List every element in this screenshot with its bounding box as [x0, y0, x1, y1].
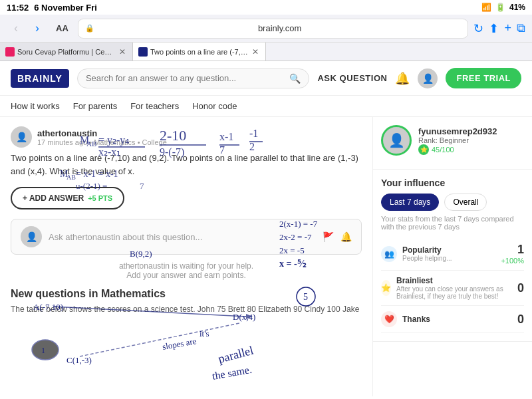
points-badge: +5 PTS — [88, 194, 112, 202]
browser-navigation: ‹ › — [7, 19, 47, 38]
period-tabs: Last 7 days Overall — [381, 194, 524, 211]
tab-title-1: Soru Cevap Platformu | Cevap.app » Cevap… — [17, 48, 115, 56]
brainliest-label: Brainliest — [396, 276, 517, 285]
thanks-icon: ❤️ — [381, 311, 397, 327]
nav-for-parents[interactable]: For parents — [73, 101, 117, 111]
popularity-labels: Popularity People helping... — [402, 245, 452, 262]
tab-bar: Soru Cevap Platformu | Cevap.app » Cevap… — [0, 43, 532, 61]
user-name[interactable]: fyunusemrep2d932 — [418, 126, 524, 136]
date: 6 November Fri — [34, 3, 97, 13]
brainliest-stat: ⭐ Brainliest After you can close your an… — [381, 271, 524, 306]
influence-title: Your influence — [381, 178, 524, 188]
tab-close-1[interactable]: ✕ — [118, 47, 127, 57]
navigation-links: How it works For parents For teachers Ho… — [0, 96, 532, 117]
popularity-value: 1 — [501, 243, 524, 257]
ask-user-box[interactable]: 👤 Ask athertonaustin about this question… — [11, 219, 362, 255]
question-username[interactable]: athertonaustin — [37, 128, 167, 138]
free-trial-button[interactable]: FREE TRIAL — [446, 68, 521, 88]
period-last7days[interactable]: Last 7 days — [381, 194, 439, 211]
tab-favicon-1 — [5, 47, 15, 57]
browser-bar: ‹ › AA 🔒 brainly.com ↻ ⬆ + ⧉ — [0, 15, 532, 43]
brainliest-stat-left: ⭐ Brainliest After you can close your an… — [381, 276, 517, 300]
reader-mode-button[interactable]: AA — [52, 21, 72, 35]
site-header: BRAINLY 🔍 ASK QUESTION 🔔 👤 FREE TRIAL — [0, 61, 532, 96]
popularity-label: Popularity — [402, 245, 452, 255]
new-tab-button[interactable]: + — [504, 21, 511, 35]
points-icon: ⭐ — [418, 144, 429, 155]
brainly-logo[interactable]: BRAINLY — [11, 69, 69, 88]
thanks-value: 0 — [517, 313, 524, 327]
right-panel: 👤 fyunusemrep2d932 Rank: Beginner ⭐ 45/1… — [372, 117, 532, 396]
forward-button[interactable]: › — [28, 19, 47, 38]
back-button[interactable]: ‹ — [7, 19, 25, 38]
question-text: Two points on a line are (-7,10) and (9,… — [11, 152, 362, 178]
tab-close-2[interactable]: ✕ — [251, 47, 260, 57]
popularity-change: +100% — [501, 257, 524, 265]
url-display: brainly.com — [98, 23, 462, 33]
thanks-labels: Thanks — [402, 315, 430, 324]
nav-for-teachers[interactable]: For teachers — [130, 101, 179, 111]
question-area: M AB = y₂-y₄ x₂-x₁ 2-10 9-(-7) x-1 7 -1 … — [0, 117, 372, 396]
svg-text:it's: it's — [200, 329, 209, 338]
popularity-icon: 👥 — [381, 246, 397, 262]
new-questions-title: New questions in Mathematics — [11, 288, 362, 300]
brainliest-labels: Brainliest After you can close your answ… — [396, 276, 517, 300]
address-bar[interactable]: 🔒 brainly.com — [78, 19, 469, 39]
popularity-stat-left: 👥 Popularity People helping... — [381, 245, 452, 262]
thanks-label: Thanks — [402, 315, 430, 324]
ask-user-avatar: 👤 — [21, 226, 42, 247]
svg-text:1: 1 — [41, 346, 45, 355]
ask-user-input: Ask athertonaustin about this question..… — [49, 232, 202, 242]
notifications-button[interactable]: 🔔 — [395, 71, 410, 86]
main-content: M AB = y₂-y₄ x₂-x₁ 2-10 9-(-7) x-1 7 -1 … — [0, 117, 532, 396]
question-meta-details: 17 minutes ago • Mathematics • College — [37, 138, 167, 146]
popularity-stat: 👥 Popularity People helping... 1 +100% — [381, 237, 524, 271]
flag-icon: 🚩 — [323, 231, 334, 242]
search-box[interactable]: 🔍 — [77, 68, 310, 88]
popularity-stat-right: 1 +100% — [501, 243, 524, 265]
user-card-header: 👤 fyunusemrep2d932 Rank: Beginner ⭐ 45/1… — [381, 125, 524, 156]
time: 11:52 — [7, 3, 29, 13]
thanks-stat: ❤️ Thanks 0 — [381, 306, 524, 333]
share-button[interactable]: ⬆ — [489, 21, 499, 36]
new-questions-section: New questions in Mathematics The table b… — [11, 288, 362, 315]
status-bar: 11:52 6 November Fri 📶 🔋 41% — [0, 0, 532, 15]
tab-brainly[interactable]: Two points on a line are (-7,10) and (9,… — [133, 43, 266, 61]
svg-text:parallel: parallel — [217, 344, 255, 366]
ask-question-button[interactable]: ASK QUESTION — [317, 73, 387, 83]
user-info: fyunusemrep2d932 Rank: Beginner ⭐ 45/100 — [418, 126, 524, 155]
battery-icon: 🔋 — [495, 3, 505, 12]
add-answer-button[interactable]: + ADD ANSWER +5 PTS — [11, 187, 124, 209]
svg-text:slopes are: slopes are — [162, 336, 198, 352]
period-overall[interactable]: Overall — [444, 194, 487, 211]
svg-text:7: 7 — [140, 181, 144, 191]
question-user-avatar: 👤 — [11, 126, 32, 148]
bell-small-icon: 🔔 — [340, 231, 352, 242]
search-button[interactable]: 🔍 — [289, 73, 301, 84]
user-avatar[interactable]: 👤 — [418, 68, 438, 88]
brainliest-icon: ⭐ — [381, 280, 391, 296]
brainliest-value: 0 — [517, 281, 524, 295]
reload-button[interactable]: ↻ — [473, 21, 483, 36]
thanks-stat-left: ❤️ Thanks — [381, 311, 430, 327]
waiting-message: athertonaustin is waiting for your help.… — [11, 261, 362, 280]
brainliest-stat-right: 0 — [517, 281, 524, 295]
question-meta: 👤 athertonaustin 17 minutes ago • Mathem… — [11, 126, 362, 148]
brainliest-sublabel: After you can close your answers as Brai… — [396, 285, 517, 300]
lock-icon: 🔒 — [85, 24, 94, 33]
tab-title-2: Two points on a line are (-7,10) and (9,… — [150, 48, 248, 56]
thanks-stat-right: 0 — [517, 313, 524, 327]
search-input[interactable] — [86, 73, 285, 83]
nav-how-it-works[interactable]: How it works — [11, 101, 60, 111]
user-points: ⭐ 45/100 — [418, 144, 524, 155]
period-note: Your stats from the last 7 days compared… — [381, 215, 524, 231]
battery-level: 41% — [509, 3, 525, 12]
tab-favicon-2 — [138, 47, 148, 57]
tab-soru-cevap[interactable]: Soru Cevap Platformu | Cevap.app » Cevap… — [0, 43, 133, 61]
new-questions-text: The table below shows the scores on a sc… — [11, 304, 362, 315]
svg-text:the same.: the same. — [211, 364, 253, 382]
tabs-button[interactable]: ⧉ — [517, 21, 525, 35]
wifi-icon: 📶 — [481, 3, 491, 12]
nav-honor-code[interactable]: Honor code — [192, 101, 237, 111]
header-actions: ASK QUESTION 🔔 👤 FREE TRIAL — [317, 68, 521, 88]
